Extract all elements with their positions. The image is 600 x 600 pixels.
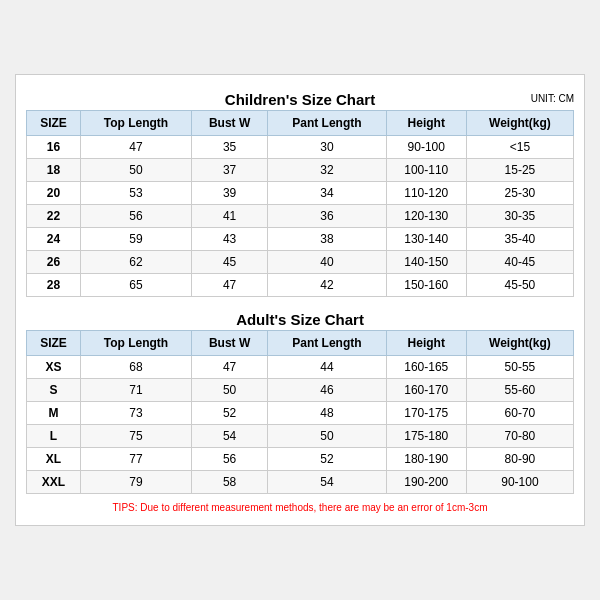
table-cell: 175-180 [386, 425, 466, 448]
table-cell: 36 [268, 205, 386, 228]
table-cell: 43 [192, 228, 268, 251]
table-cell: 37 [192, 159, 268, 182]
col-height-adults: Height [386, 331, 466, 356]
table-cell: 26 [27, 251, 81, 274]
chart-container: Children's Size Chart UNIT: CM SIZE Top … [15, 74, 585, 526]
table-cell: 54 [268, 471, 386, 494]
table-cell: L [27, 425, 81, 448]
table-cell: 22 [27, 205, 81, 228]
col-top-length-children: Top Length [80, 111, 191, 136]
table-row: L755450175-18070-80 [27, 425, 574, 448]
table-cell: 160-165 [386, 356, 466, 379]
table-cell: 40 [268, 251, 386, 274]
table-cell: 180-190 [386, 448, 466, 471]
table-cell: XXL [27, 471, 81, 494]
table-cell: 90-100 [386, 136, 466, 159]
table-cell: 25-30 [466, 182, 573, 205]
children-header-row: SIZE Top Length Bust W Pant Length Heigh… [27, 111, 574, 136]
table-cell: 24 [27, 228, 81, 251]
col-bust-w-children: Bust W [192, 111, 268, 136]
table-cell: 56 [192, 448, 268, 471]
table-cell: 160-170 [386, 379, 466, 402]
table-cell: 80-90 [466, 448, 573, 471]
table-cell: 45 [192, 251, 268, 274]
children-table-body: 1647353090-100<1518503732100-11015-25205… [27, 136, 574, 297]
table-row: XL775652180-19080-90 [27, 448, 574, 471]
col-size-adults: SIZE [27, 331, 81, 356]
children-unit-label: UNIT: CM [531, 92, 574, 103]
table-cell: 79 [80, 471, 191, 494]
table-cell: <15 [466, 136, 573, 159]
table-cell: 54 [192, 425, 268, 448]
col-bust-w-adults: Bust W [192, 331, 268, 356]
table-cell: 120-130 [386, 205, 466, 228]
table-cell: 35 [192, 136, 268, 159]
table-cell: 32 [268, 159, 386, 182]
table-cell: 59 [80, 228, 191, 251]
table-cell: 46 [268, 379, 386, 402]
table-cell: 41 [192, 205, 268, 228]
col-weight-adults: Weight(kg) [466, 331, 573, 356]
table-cell: 77 [80, 448, 191, 471]
children-size-table: SIZE Top Length Bust W Pant Length Heigh… [26, 110, 574, 297]
table-cell: 65 [80, 274, 191, 297]
col-pant-length-adults: Pant Length [268, 331, 386, 356]
table-cell: XL [27, 448, 81, 471]
table-cell: 190-200 [386, 471, 466, 494]
table-cell: 140-150 [386, 251, 466, 274]
table-cell: S [27, 379, 81, 402]
table-cell: 30-35 [466, 205, 573, 228]
table-cell: XS [27, 356, 81, 379]
table-cell: 70-80 [466, 425, 573, 448]
table-cell: 71 [80, 379, 191, 402]
table-row: 26624540140-15040-45 [27, 251, 574, 274]
table-cell: 75 [80, 425, 191, 448]
table-cell: 45-50 [466, 274, 573, 297]
table-cell: 40-45 [466, 251, 573, 274]
table-cell: 16 [27, 136, 81, 159]
table-cell: 47 [192, 274, 268, 297]
table-cell: 150-160 [386, 274, 466, 297]
adults-header-row: SIZE Top Length Bust W Pant Length Heigh… [27, 331, 574, 356]
table-cell: 50 [80, 159, 191, 182]
table-cell: 28 [27, 274, 81, 297]
table-cell: M [27, 402, 81, 425]
table-cell: 15-25 [466, 159, 573, 182]
tips-text: TIPS: Due to different measurement metho… [26, 500, 574, 515]
table-cell: 73 [80, 402, 191, 425]
table-cell: 48 [268, 402, 386, 425]
col-pant-length-children: Pant Length [268, 111, 386, 136]
table-cell: 170-175 [386, 402, 466, 425]
table-row: XS684744160-16550-55 [27, 356, 574, 379]
table-cell: 18 [27, 159, 81, 182]
table-cell: 55-60 [466, 379, 573, 402]
table-cell: 52 [268, 448, 386, 471]
col-size-children: SIZE [27, 111, 81, 136]
table-cell: 56 [80, 205, 191, 228]
table-cell: 110-120 [386, 182, 466, 205]
table-cell: 34 [268, 182, 386, 205]
table-row: 18503732100-11015-25 [27, 159, 574, 182]
table-row: 24594338130-14035-40 [27, 228, 574, 251]
table-row: 1647353090-100<15 [27, 136, 574, 159]
table-cell: 50 [192, 379, 268, 402]
children-table-header: SIZE Top Length Bust W Pant Length Heigh… [27, 111, 574, 136]
table-cell: 47 [192, 356, 268, 379]
table-cell: 44 [268, 356, 386, 379]
children-title-text: Children's Size Chart [225, 91, 375, 108]
children-section-title: Children's Size Chart UNIT: CM [26, 85, 574, 110]
col-weight-children: Weight(kg) [466, 111, 573, 136]
table-cell: 50-55 [466, 356, 573, 379]
table-row: 22564136120-13030-35 [27, 205, 574, 228]
table-cell: 35-40 [466, 228, 573, 251]
table-cell: 100-110 [386, 159, 466, 182]
adults-size-table: SIZE Top Length Bust W Pant Length Heigh… [26, 330, 574, 494]
adults-table-body: XS684744160-16550-55S715046160-17055-60M… [27, 356, 574, 494]
table-row: 28654742150-16045-50 [27, 274, 574, 297]
table-cell: 38 [268, 228, 386, 251]
table-cell: 62 [80, 251, 191, 274]
table-row: XXL795854190-20090-100 [27, 471, 574, 494]
table-cell: 53 [80, 182, 191, 205]
adults-section-title: Adult's Size Chart [26, 305, 574, 330]
table-cell: 20 [27, 182, 81, 205]
